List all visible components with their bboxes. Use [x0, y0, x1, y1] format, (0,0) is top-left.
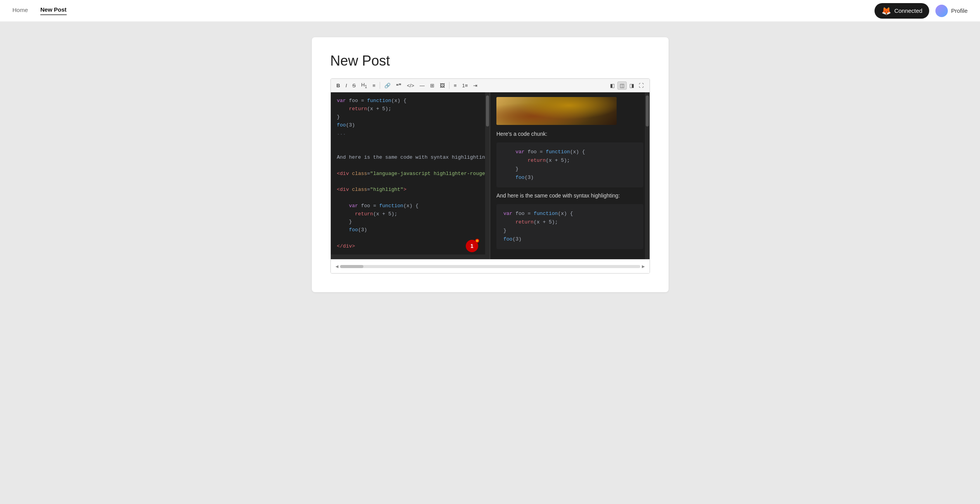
code-editor-content[interactable]: var foo = function(x) { return(x + 5); }…: [331, 92, 490, 255]
preview-hl-4: foo(3): [503, 235, 636, 244]
page-content: New Post B I S H1 ≡ 🔗 ❝❞ </> — ⊞ 🖼 ≡ 1≡ …: [0, 22, 980, 308]
profile-avatar: [935, 5, 948, 17]
code-line-20: [337, 251, 484, 255]
toolbar-blockquote[interactable]: ≡: [371, 82, 378, 89]
code-line-19: </div>: [337, 242, 484, 251]
code-line-8: And here is the same code with syntax hi…: [337, 154, 484, 162]
preview-code-2: return(x + 5);: [503, 156, 636, 165]
editor-toolbar: B I S H1 ≡ 🔗 ❝❞ </> — ⊞ 🖼 ≡ 1≡ ⇥ ◧ ◫: [331, 79, 650, 92]
h-scroll-thumb[interactable]: [340, 265, 363, 268]
profile-button[interactable]: Profile: [935, 5, 968, 17]
toolbar-ul[interactable]: ≡: [452, 82, 459, 89]
toolbar-sep-2: [449, 82, 449, 89]
editor-split: var foo = function(x) { return(x + 5); }…: [331, 92, 650, 259]
preview-code-block-2: var foo = function(x) { return(x + 5); }…: [496, 204, 643, 249]
editor-left[interactable]: var foo = function(x) { return(x + 5); }…: [331, 92, 491, 259]
toolbar-bold[interactable]: B: [335, 82, 342, 89]
code-line-16: }: [337, 218, 484, 226]
toolbar-right: ◧ ◫ ◨ ⛶: [608, 81, 646, 90]
notification-count: 1: [470, 243, 474, 249]
toolbar-fullscreen[interactable]: ⛶: [637, 81, 646, 90]
editor-left-scrollbar-h[interactable]: [331, 255, 490, 259]
code-line-1: var foo = function(x) {: [337, 97, 484, 105]
toolbar-quote[interactable]: ❝❞: [394, 82, 403, 89]
toolbar-preview-only[interactable]: ◨: [627, 81, 636, 90]
scroll-left-arrow[interactable]: ◀: [335, 264, 339, 268]
code-line-7: [337, 145, 484, 154]
code-line-9: [337, 162, 484, 170]
preview-hl-1: var foo = function(x) {: [503, 210, 636, 218]
food-image-visual: [496, 97, 617, 125]
scroll-right-arrow[interactable]: ▶: [642, 264, 645, 268]
connected-label: Connected: [894, 7, 923, 14]
code-line-13: [337, 194, 484, 202]
nav-right: 🦊 Connected Profile: [875, 3, 968, 19]
preview-hl-2: return(x + 5);: [503, 218, 636, 227]
fox-icon: 🦊: [881, 6, 891, 16]
main-card: New Post B I S H1 ≡ 🔗 ❝❞ </> — ⊞ 🖼 ≡ 1≡ …: [312, 37, 669, 292]
preview-code-3: }: [503, 165, 636, 173]
editor-container: B I S H1 ≡ 🔗 ❝❞ </> — ⊞ 🖼 ≡ 1≡ ⇥ ◧ ◫: [330, 78, 650, 274]
code-line-5: ...: [337, 130, 484, 138]
toolbar-code[interactable]: </>: [405, 82, 416, 89]
toolbar-strikethrough[interactable]: S: [351, 82, 358, 89]
toolbar-editor-only[interactable]: ◧: [608, 81, 617, 90]
editor-left-scrollbar-v[interactable]: [485, 92, 490, 259]
page-title: New Post: [330, 53, 650, 69]
right-scrollbar-v-thumb[interactable]: [646, 95, 649, 126]
toolbar-link[interactable]: 🔗: [382, 82, 392, 89]
toolbar-heading[interactable]: H1: [359, 81, 369, 90]
toolbar-indent[interactable]: ⇥: [471, 82, 479, 89]
code-line-15: return(x + 5);: [337, 210, 484, 218]
toolbar-hr[interactable]: —: [418, 82, 427, 89]
toolbar-table[interactable]: ⊞: [428, 82, 436, 89]
code-line-3: }: [337, 113, 484, 121]
preview-code-block-1: var foo = function(x) { return(x + 5); }…: [496, 142, 643, 187]
code-line-14: var foo = function(x) {: [337, 202, 484, 210]
nav-new-post[interactable]: New Post: [40, 6, 67, 15]
preview-content: Here's a code chunk: var foo = function(…: [490, 92, 650, 259]
toolbar-image[interactable]: 🖼: [438, 82, 447, 89]
navbar: Home New Post 🦊 Connected Profile: [0, 0, 980, 22]
preview-hl-3: }: [503, 227, 636, 235]
h-scroll-track[interactable]: [340, 265, 640, 268]
preview-code-1: var foo = function(x) {: [503, 148, 636, 156]
preview-image: [496, 97, 617, 125]
profile-label: Profile: [951, 7, 968, 14]
editor-right: Here's a code chunk: var foo = function(…: [490, 92, 650, 259]
code-line-6: [337, 137, 484, 145]
horizontal-scroll-area: ◀ ▶: [335, 264, 645, 268]
code-line-2: return(x + 5);: [337, 105, 484, 113]
toolbar-split-view[interactable]: ◫: [617, 81, 627, 90]
code-line-18: [337, 234, 484, 242]
toolbar-sep-1: [380, 82, 380, 89]
preview-code-4: foo(3): [503, 173, 636, 182]
preview-highlight-label: And here is the same code with syntax hi…: [496, 191, 643, 200]
toolbar-ol[interactable]: 1≡: [460, 82, 470, 89]
code-line-17: foo(3): [337, 226, 484, 234]
scrollbar-v-thumb[interactable]: [486, 95, 489, 126]
editor-bottom-bar: ◀ ▶: [331, 259, 650, 273]
nav-home[interactable]: Home: [12, 7, 28, 15]
code-line-12: <div class="highlight">: [337, 186, 484, 194]
toolbar-italic[interactable]: I: [344, 82, 349, 89]
code-line-4: foo(3): [337, 121, 484, 130]
nav-links: Home New Post: [12, 6, 875, 15]
preview-code-chunk-label: Here's a code chunk:: [496, 130, 643, 138]
connected-button[interactable]: 🦊 Connected: [875, 3, 930, 19]
code-line-10: <div class="language-javascript highligh…: [337, 170, 484, 178]
code-line-11: [337, 178, 484, 186]
editor-right-scrollbar-v[interactable]: [645, 92, 650, 259]
